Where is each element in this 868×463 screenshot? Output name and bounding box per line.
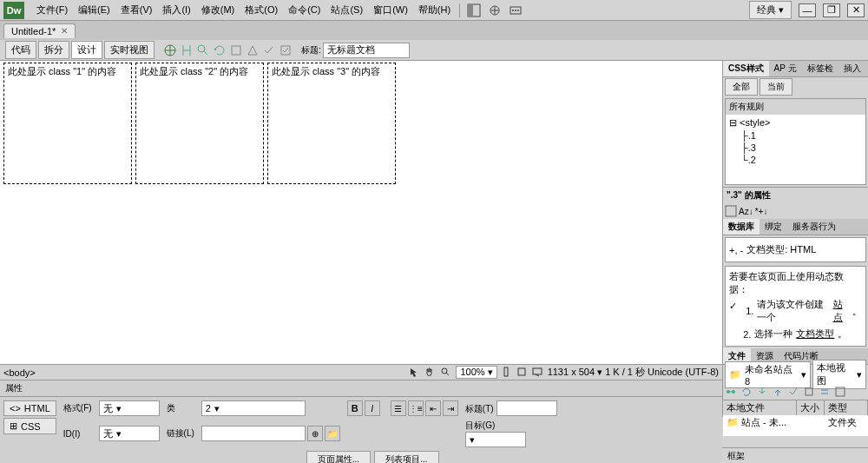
title-input[interactable] [323, 43, 410, 58]
close-button[interactable]: ✕ [847, 3, 865, 17]
menu-file[interactable]: 文件(F) [31, 2, 73, 18]
format-dropdown[interactable]: 无 ▾ [99, 400, 160, 416]
extend-icon[interactable] [488, 3, 502, 17]
menu-modify[interactable]: 修改(M) [196, 2, 240, 18]
target-dropdown[interactable]: ▾ [465, 432, 526, 447]
restore-button[interactable]: ❐ [823, 3, 840, 17]
tab-bindings[interactable]: 绑定 [760, 219, 787, 235]
desktop-size-icon[interactable] [532, 367, 544, 379]
svg-rect-1 [468, 4, 473, 17]
div-box-3[interactable]: 此处显示 class "3" 的内容 [267, 63, 396, 184]
expand-icon[interactable] [834, 386, 846, 398]
file-row[interactable]: 📁 站点 - 未... 文件夹 [723, 415, 868, 430]
list-item-button[interactable]: 列表项目... [374, 451, 438, 463]
italic-button[interactable]: I [365, 400, 380, 416]
tab-tag-inspector[interactable]: 标签检 [802, 61, 838, 76]
menu-edit[interactable]: 编辑(E) [73, 2, 115, 18]
tab-css-styles[interactable]: CSS样式 [723, 61, 769, 76]
doctype-link[interactable]: 文档类型 [796, 327, 834, 341]
tag-selector[interactable]: <body> [3, 367, 36, 378]
col-type[interactable]: 类型 [825, 400, 868, 415]
menu-site[interactable]: 站点(S) [326, 2, 368, 18]
view-live-button[interactable]: 实时视图 [104, 41, 155, 59]
minimize-button[interactable]: — [799, 3, 816, 17]
menu-format[interactable]: 格式(O) [240, 2, 283, 18]
outdent-button[interactable]: ⇤ [425, 400, 441, 416]
tree-rule[interactable]: └.2 [729, 154, 862, 166]
view-split-button[interactable]: 拆分 [38, 41, 69, 59]
frames-panel-header[interactable]: 框架 [722, 447, 868, 463]
validate-icon[interactable] [262, 43, 276, 57]
menu-commands[interactable]: 命令(C) [283, 2, 326, 18]
tab-insert[interactable]: 插入 [838, 61, 866, 76]
refresh-icon[interactable] [213, 43, 227, 57]
tree-rule[interactable]: ├.3 [729, 142, 862, 154]
point-to-file-icon[interactable]: ⊕ [307, 426, 323, 441]
layout-icon[interactable] [467, 3, 481, 17]
class-dropdown[interactable]: 2 ▾ [201, 400, 306, 416]
sync-icon[interactable] [819, 386, 831, 398]
title-field[interactable] [496, 400, 557, 416]
ul-button[interactable]: ☰ [391, 400, 406, 416]
menu-help[interactable]: 帮助(H) [413, 2, 456, 18]
window-size-info: 1131 x 504 ▾ 1 K / 1 秒 Unicode (UTF-8) [548, 366, 719, 379]
view-options-icon[interactable] [229, 43, 243, 57]
col-size[interactable]: 大小 [797, 400, 825, 415]
indent-button[interactable]: ⇥ [443, 400, 458, 416]
id-label: ID(I) [63, 429, 92, 439]
menu-insert[interactable]: 插入(I) [157, 2, 195, 18]
div-box-2[interactable]: 此处显示 class "2" 的内容 [135, 63, 264, 184]
file-mgmt-icon[interactable] [180, 43, 194, 57]
svg-point-8 [517, 10, 519, 11]
site-link[interactable]: 站点 [833, 298, 849, 324]
view-code-button[interactable]: 代码 [5, 41, 36, 59]
css-mode-button[interactable]: ⊞CSS [3, 418, 56, 434]
visual-aids-icon[interactable] [246, 43, 260, 57]
globe-icon[interactable] [163, 43, 177, 57]
browse-folder-icon[interactable]: 📁 [325, 426, 340, 441]
page-properties-button[interactable]: 页面属性... [306, 451, 371, 463]
bold-button[interactable]: B [347, 400, 363, 416]
menu-view[interactable]: 查看(V) [115, 2, 158, 18]
category-view-icon[interactable] [725, 205, 737, 217]
svg-point-15 [727, 390, 730, 394]
svg-rect-19 [836, 387, 845, 396]
link-input[interactable] [201, 426, 306, 441]
tab-ap-elements[interactable]: AP 元 [769, 61, 802, 76]
workspace-switcher[interactable]: 经典 ▾ [749, 1, 792, 19]
tree-style-root[interactable]: ⊟ <style> [729, 116, 862, 129]
view-design-button[interactable]: 设计 [71, 41, 102, 59]
refresh-files-icon[interactable] [740, 386, 753, 398]
css-all-button[interactable]: 全部 [725, 78, 758, 96]
checkin-icon[interactable] [803, 386, 815, 398]
col-local-file[interactable]: 本地文件 [723, 400, 797, 415]
css-props-header: ".3" 的属性 [723, 187, 868, 203]
menu-window[interactable]: 窗口(W) [368, 2, 413, 18]
site-icon[interactable] [509, 3, 523, 17]
svg-rect-24 [533, 368, 542, 374]
check-icon[interactable] [279, 43, 293, 57]
tab-database[interactable]: 数据库 [723, 219, 760, 235]
get-icon[interactable] [756, 386, 768, 398]
html-mode-button[interactable]: <>HTML [3, 400, 56, 416]
pointer-icon[interactable] [409, 367, 421, 379]
id-dropdown[interactable]: 无 ▾ [99, 426, 160, 441]
zoom-tool-icon[interactable] [440, 367, 452, 379]
preview-icon[interactable] [196, 43, 210, 57]
document-tab[interactable]: Untitled-1* ✕ [3, 23, 76, 38]
close-tab-icon[interactable]: ✕ [61, 26, 68, 36]
hand-icon[interactable] [424, 367, 437, 379]
css-current-button[interactable]: 当前 [760, 78, 792, 96]
checkout-icon[interactable] [787, 386, 799, 398]
zoom-dropdown[interactable]: 100% ▾ [456, 366, 496, 379]
svg-rect-12 [232, 46, 240, 55]
mobile-size-icon[interactable] [501, 367, 513, 379]
connect-icon[interactable] [725, 386, 737, 398]
put-icon[interactable] [772, 386, 784, 398]
tree-rule[interactable]: ├.1 [729, 129, 862, 142]
div-box-1[interactable]: 此处显示 class "1" 的内容 [3, 63, 132, 184]
tab-server-behaviors[interactable]: 服务器行为 [787, 219, 841, 235]
format-label: 格式(F) [63, 402, 92, 414]
ol-button[interactable]: ⋮≡ [408, 400, 424, 416]
tablet-size-icon[interactable] [516, 367, 529, 379]
